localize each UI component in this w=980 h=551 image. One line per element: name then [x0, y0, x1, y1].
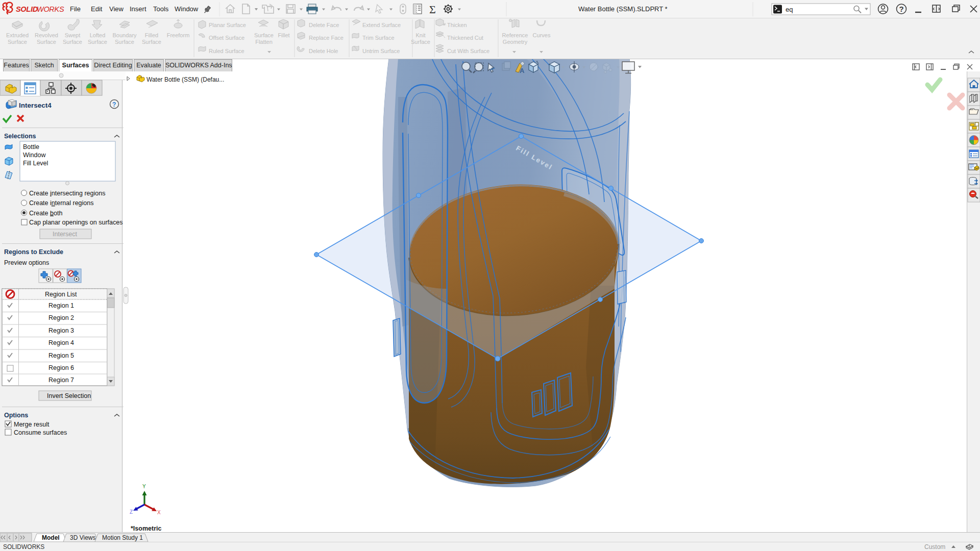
- svg-text:Z: Z: [130, 509, 133, 515]
- svg-text:Motion Study 1: Motion Study 1: [102, 534, 143, 541]
- svg-text:Model: Model: [42, 534, 60, 541]
- svg-text:SOLID: SOLID: [16, 5, 38, 13]
- svg-text:eq: eq: [786, 6, 793, 13]
- svg-text:Options: Options: [4, 412, 28, 419]
- svg-text:Consume surfaces: Consume surfaces: [14, 429, 67, 436]
- svg-text:Fill Level: Fill Level: [23, 160, 48, 167]
- svg-text:A: A: [520, 67, 525, 74]
- svg-text:Create internal regions: Create internal regions: [29, 199, 93, 207]
- svg-text:Intersect4: Intersect4: [19, 102, 52, 109]
- svg-text:Region 5: Region 5: [48, 352, 74, 359]
- svg-text:?: ?: [899, 5, 904, 13]
- svg-text:Region 4: Region 4: [48, 339, 74, 346]
- svg-text:Cap planar openings on surface: Cap planar openings on surfaces: [29, 219, 122, 226]
- svg-text:Window: Window: [23, 152, 46, 159]
- svg-text:WORKS: WORKS: [37, 5, 64, 13]
- svg-text:?: ?: [112, 101, 116, 108]
- svg-text:Merge result: Merge result: [14, 421, 50, 428]
- svg-text:Region List: Region List: [45, 291, 77, 298]
- svg-text:3D Views: 3D Views: [70, 534, 95, 541]
- svg-text:Water Bottle (SSM) (Defau...: Water Bottle (SSM) (Defau...: [146, 76, 224, 83]
- svg-text:Region 7: Region 7: [48, 377, 74, 384]
- svg-text:Invert Selection: Invert Selection: [47, 392, 91, 399]
- svg-text:X: X: [157, 510, 161, 515]
- svg-text:Region 2: Region 2: [48, 314, 74, 321]
- svg-text:Intersect: Intersect: [53, 231, 77, 238]
- svg-text:Selections: Selections: [4, 133, 36, 140]
- svg-text:Y: Y: [142, 484, 146, 489]
- svg-text:Region 1: Region 1: [48, 302, 74, 309]
- svg-text:Region 3: Region 3: [48, 327, 74, 334]
- svg-text:Preview options: Preview options: [4, 259, 49, 266]
- svg-text:Create intersecting regions: Create intersecting regions: [29, 190, 105, 197]
- svg-text:*Isometric: *Isometric: [131, 525, 161, 532]
- svg-text:Create both: Create both: [29, 210, 62, 217]
- svg-text:Σ: Σ: [429, 3, 436, 16]
- svg-text:Region 6: Region 6: [48, 364, 74, 371]
- svg-text:Bottle: Bottle: [23, 143, 39, 151]
- svg-text:Regions to Exclude: Regions to Exclude: [4, 248, 63, 256]
